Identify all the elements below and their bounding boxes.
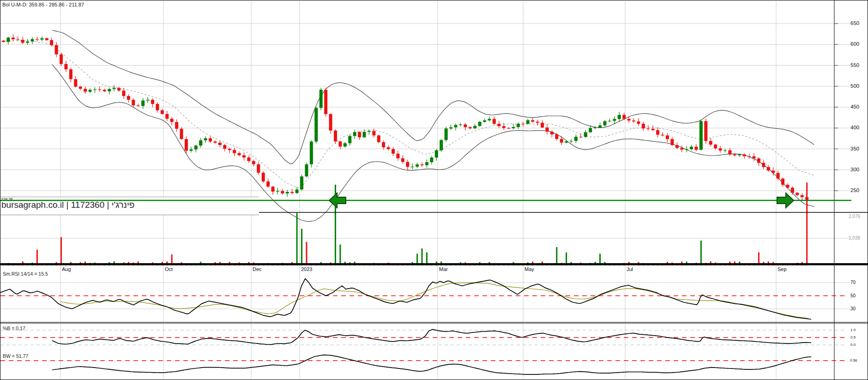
chart-canvas[interactable] <box>0 0 868 380</box>
x-axis-month-label: Aug <box>62 266 71 272</box>
price-tick-label: 500 <box>850 83 859 89</box>
x-axis-month-label: Mar <box>439 266 448 272</box>
volume-tick-label: 1,038 <box>849 235 860 241</box>
bw-tick-label: 0.56 <box>850 358 857 362</box>
rsi-tick-label: 50 <box>850 293 856 298</box>
x-axis-month-label: May <box>524 266 534 272</box>
x-axis-month-label: Dec <box>253 266 262 272</box>
percent-b-tick-label: 0.5 <box>850 335 856 339</box>
x-axis-month-label: Sep <box>778 266 787 272</box>
stock-chart-window: Bol U-M-D: 359.85 - 285.86 - 211.87 Sm.R… <box>0 0 868 380</box>
x-axis-month-label: Jul <box>627 266 633 272</box>
price-tick-label: 600 <box>850 41 859 47</box>
price-tick-label: 450 <box>850 104 859 109</box>
x-axis-month-label: Oct <box>165 266 173 272</box>
bw-pane-label: BW = 51.77 <box>3 353 28 359</box>
price-tick-label: 650 <box>850 20 859 26</box>
percent-b-tick-label: 0.0 <box>850 343 856 347</box>
price-tick-label: 300 <box>850 167 859 172</box>
rsi-tick-label: 70 <box>850 280 856 285</box>
price-tick-label: 350 <box>850 146 859 151</box>
volume-tick-label: 2,076 <box>849 214 860 219</box>
price-tick-label: 250 <box>850 187 859 193</box>
price-tick-label: 550 <box>850 62 859 68</box>
percent-b-pane-label: %B = 0.17 <box>3 326 25 331</box>
x-axis-month-label: 2023 <box>301 266 312 272</box>
last-price-label: 228.35 <box>0 197 14 202</box>
rsi-pane-label: Sm.RSI 14/14 = 15.5 <box>3 271 48 277</box>
bollinger-title-label: Bol U-M-D: 359.85 - 285.86 - 211.87 <box>2 2 84 7</box>
rsi-tick-label: 30 <box>850 306 856 311</box>
watermark-text: bursagraph.co.il | 1172360 | פינרג'י <box>1 200 134 210</box>
price-tick-label: 400 <box>850 125 859 130</box>
percent-b-tick-label: 1.0 <box>850 328 856 332</box>
